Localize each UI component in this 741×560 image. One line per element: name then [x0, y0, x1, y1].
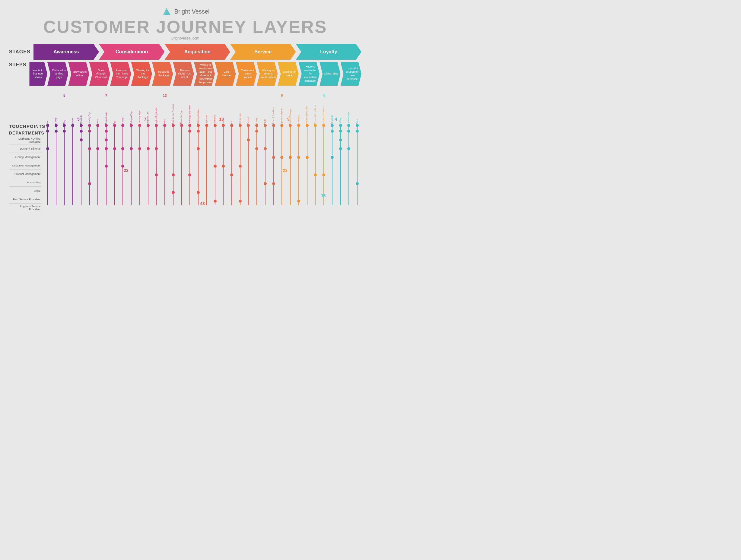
step-2: Browses in e-Shop [68, 62, 89, 86]
tp-name-10: Category Page [130, 111, 132, 124]
tp-name-14: Form [164, 119, 166, 124]
dept-label-8: Logistics Service Providers [9, 204, 42, 212]
stages-container: STAGES AwarenessConsiderationAcquisition… [9, 44, 361, 60]
step-13: Receive newsletter for evaluation campai… [299, 62, 320, 86]
logo-text: Bright Vessel [175, 8, 210, 15]
tp-name-4: Newsletter [80, 114, 82, 124]
tp-name-17: Ordering Confirmation [189, 105, 191, 124]
tp-name-29: Hotline Employee [289, 108, 291, 124]
steps-container: STEPS Wants to buy new shoesClicks ad to… [9, 62, 361, 86]
subtitle: BrightVessel.com [172, 36, 199, 41]
tp-name-27: Terms & Conditions [272, 107, 275, 124]
step-4: Lands on the Thank You page [110, 62, 131, 86]
steps-label: STEPS [9, 62, 26, 68]
tp-name-2: Blog [63, 120, 65, 124]
stage-consideration: Consideration [99, 44, 164, 60]
step-3: Goes through Checkout [89, 62, 110, 86]
tp-name-37: Form [356, 119, 358, 124]
tp-name-0: Ads [47, 121, 49, 124]
tp-name-33: Return Confirmation [323, 106, 325, 124]
tp-name-16: Thank-You Page [181, 109, 183, 124]
step-6: Receives Package [152, 62, 173, 86]
dept-label-7: Paid Service Providers [9, 195, 42, 204]
dept-label-3: Customer Management [9, 161, 42, 170]
tp-name-30: Packaging [298, 115, 300, 124]
step-1: Clicks ad to landing page [47, 62, 68, 86]
dept-label-4: Product Management [9, 170, 42, 178]
tp-name-7: Product page [105, 112, 108, 124]
tp-name-35: e-Shop [339, 117, 342, 124]
stage-awareness: Awareness [33, 44, 99, 60]
tp-name-34: Newsletter [331, 114, 333, 124]
tp-name-26: FAQs [264, 119, 266, 124]
tp-name-25: e-Shop [256, 117, 258, 124]
touchpoints-label: TOUCHPOINTS [9, 90, 42, 129]
tp-name-8: App [114, 121, 116, 124]
tp-name-31: Return Address label [306, 106, 308, 124]
tp-name-24: Product [248, 117, 250, 124]
stages-label: STAGES [9, 49, 30, 55]
step-7: Tries on shoes - Do not fit [173, 62, 194, 86]
step-8: Wants to send shoes back - But does not … [194, 62, 215, 86]
step-0: Wants to buy new shoes [29, 62, 47, 86]
stage-service: Service [230, 44, 296, 60]
step-15: Uses $19 coupon for new purchase [341, 62, 361, 86]
step-10: Carries out return process [236, 62, 257, 86]
logo-row: Bright Vessel [161, 6, 210, 17]
tp-name-13: Login / Registration [155, 107, 157, 124]
tp-name-18: Shipping Updates [197, 108, 199, 124]
dept-label-5: Accounting [9, 178, 42, 187]
tp-name-22: Bill [231, 121, 233, 124]
tp-name-12: Shopping Cart [147, 111, 149, 124]
dept-label-2: e-Shop Management [9, 153, 42, 161]
tp-name-28: Speech Computer [281, 108, 283, 124]
step-12: Waiting for credit [278, 62, 298, 86]
tp-name-1: e-Shop [55, 117, 57, 124]
step-5: Waiting for the Package [131, 62, 152, 86]
stage-acquisition: Acquisition [165, 44, 230, 60]
tp-name-32: Return Address Form [314, 105, 317, 124]
dept-label-6: Legal [9, 187, 42, 195]
stages-arrows: AwarenessConsiderationAcquisitionService… [33, 44, 361, 60]
departments-label: DEPARTMENTS [9, 131, 42, 136]
step-11: Waiting for returns confirmation [257, 62, 278, 86]
tp-name-5: Landing Page [88, 112, 90, 124]
tp-name-21: Inserts [222, 118, 224, 124]
tp-name-20: Packaging [214, 115, 216, 124]
main-title: CUSTOMER JOURNEY LAYERS [43, 18, 327, 35]
tp-name-36: Landing Page [348, 112, 350, 124]
dept-label-1: Design / Editorial [9, 145, 42, 153]
tp-name-23: Drivers note [239, 113, 242, 124]
tp-name-9: e-Shop [122, 117, 124, 124]
tp-name-6: Form [97, 119, 99, 124]
tp-name-19: Login App [206, 115, 208, 124]
dept-label-0: Marketing / Online Marketing [9, 136, 42, 145]
logo-icon [161, 6, 172, 17]
step-14: Gives rating [320, 62, 340, 86]
tp-name-15: Paid Service Providers [172, 104, 175, 124]
stage-loyalty: Loyalty [296, 44, 361, 60]
steps-arrows: Wants to buy new shoesClicks ad to landi… [29, 62, 361, 86]
step-9: Calls Hotline [215, 62, 235, 86]
header: Bright Vessel CUSTOMER JOURNEY LAYERS Br… [9, 6, 361, 41]
tp-name-3: Banner [72, 117, 74, 124]
tp-name-11: Checkout Page [139, 111, 141, 124]
